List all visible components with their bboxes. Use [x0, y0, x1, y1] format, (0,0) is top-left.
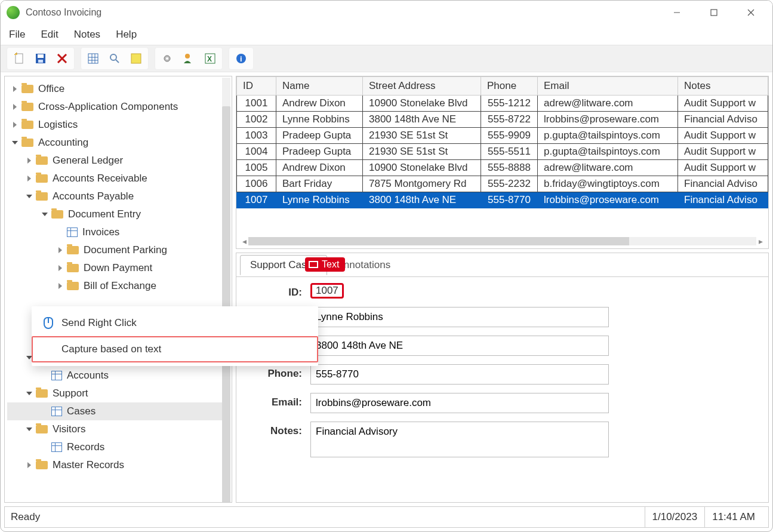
col-notes[interactable]: Notes [678, 77, 768, 96]
context-menu: Send Right Click Capture based on text [32, 306, 318, 366]
grid-horizontal-scrollbar[interactable]: ◂▸ [240, 236, 765, 246]
sheet-icon [51, 442, 62, 452]
table-row[interactable]: 1006Bart Friday7875 Montgomery Rd555-223… [237, 176, 768, 192]
folder-icon [21, 103, 33, 111]
tree-item-accounting[interactable]: Accounting [7, 134, 229, 152]
svg-rect-10 [88, 54, 98, 63]
svg-point-19 [166, 57, 168, 60]
col-id[interactable]: ID [237, 77, 276, 96]
folder-icon [36, 425, 48, 433]
label-email: Email: [254, 393, 302, 408]
svg-line-16 [116, 60, 119, 63]
info-icon[interactable]: i [232, 50, 250, 67]
folder-icon [67, 246, 79, 254]
tree-scrollbar[interactable] [222, 106, 230, 503]
svg-point-20 [185, 54, 190, 59]
tree-item-accounts-payable[interactable]: Accounts Payable [7, 187, 229, 205]
toolbar: X i [1, 45, 772, 72]
svg-rect-17 [131, 54, 141, 63]
maximize-button[interactable] [702, 4, 726, 21]
sheet-icon [51, 407, 62, 416]
tree-item-bill-of-exchange[interactable]: Bill of Exchange [7, 277, 229, 295]
folder-icon [67, 282, 79, 290]
svg-rect-4 [16, 54, 23, 63]
navigation-tree: Office Cross-Application Components Logi… [4, 76, 232, 503]
name-field[interactable] [310, 307, 609, 327]
col-street[interactable]: Street Address [363, 77, 481, 96]
menu-notes[interactable]: Notes [74, 29, 100, 41]
email-field[interactable] [310, 393, 609, 413]
menu-file[interactable]: File [9, 29, 25, 41]
folder-icon [51, 210, 63, 219]
tree-item-down-payment[interactable]: Down Payment [7, 259, 229, 277]
ctx-send-right-click[interactable]: Send Right Click [32, 310, 318, 336]
close-button[interactable] [739, 4, 763, 21]
gear-icon[interactable] [158, 50, 176, 67]
grid-icon[interactable] [84, 50, 102, 67]
notes-field[interactable] [310, 422, 609, 457]
grid-header-row: ID Name Street Address Phone Email Notes [237, 77, 768, 96]
mouse-icon [44, 317, 53, 329]
search-icon[interactable] [106, 50, 124, 67]
tree-item-document-parking[interactable]: Document Parking [7, 241, 229, 259]
ctx-capture-text[interactable]: Capture based on text [32, 336, 318, 362]
folder-icon [36, 389, 48, 398]
col-phone[interactable]: Phone [481, 77, 538, 96]
minimize-button[interactable] [665, 4, 689, 21]
menu-bar: File Edit Notes Help [1, 24, 772, 45]
table-row[interactable]: 1001Andrew Dixon10900 Stonelake Blvd555-… [237, 96, 768, 112]
label-id: ID: [254, 283, 302, 299]
table-row[interactable]: 1005Andrew Dixon10900 Stonelake Blvd555-… [237, 160, 768, 176]
status-bar: Ready 1/10/2023 11:41 AM [4, 506, 769, 528]
menu-edit[interactable]: Edit [41, 29, 58, 41]
folder-icon [36, 461, 48, 469]
tree-item-master-records[interactable]: Master Records [7, 456, 229, 474]
user-icon[interactable] [180, 50, 198, 67]
svg-point-15 [110, 54, 116, 60]
window-icon [309, 261, 318, 268]
address-field[interactable] [310, 336, 609, 356]
title-bar: Contoso Invoicing [1, 1, 772, 24]
svg-text:X: X [207, 55, 212, 63]
col-name[interactable]: Name [276, 77, 363, 96]
folder-icon [21, 85, 33, 93]
folder-icon [36, 174, 48, 183]
table-row[interactable]: 1004Pradeep Gupta21930 SE 51st St555-551… [237, 144, 768, 160]
status-date: 1/10/2023 [645, 507, 705, 527]
tree-item-accounts-receivable[interactable]: Accounts Receivable [7, 170, 229, 187]
tree-item-records[interactable]: Records [7, 438, 229, 456]
tree-item-logistics[interactable]: Logistics [7, 116, 229, 134]
folder-icon [67, 264, 79, 272]
status-time: 11:41 AM [704, 507, 762, 527]
sheet-icon [51, 371, 62, 380]
data-grid[interactable]: ID Name Street Address Phone Email Notes… [236, 76, 769, 249]
excel-icon[interactable]: X [201, 50, 219, 67]
window-title: Contoso Invoicing [26, 7, 101, 18]
app-icon [7, 6, 20, 19]
phone-field[interactable] [310, 364, 609, 385]
tree-item-general-ledger[interactable]: General Ledger [7, 152, 229, 170]
table-row[interactable]: 1003Pradeep Gupta21930 SE 51st St555-990… [237, 128, 768, 144]
tree-item-document-entry[interactable]: Document Entry [7, 205, 229, 223]
tree-item-support[interactable]: Support [7, 385, 229, 402]
label-phone: Phone: [254, 364, 302, 380]
new-icon[interactable] [10, 50, 28, 67]
folder-icon [36, 156, 48, 165]
detail-panel: Support Cases Annotations Text ID: 1007 … [236, 253, 769, 503]
folder-icon [21, 139, 33, 147]
delete-icon[interactable] [53, 50, 71, 67]
save-icon[interactable] [32, 50, 50, 67]
tree-item-cross-app[interactable]: Cross-Application Components [7, 98, 229, 116]
text-badge[interactable]: Text [305, 257, 345, 272]
table-row[interactable]: 1007Lynne Robbins3800 148th Ave NE555-87… [237, 192, 768, 208]
tree-item-accounts-leaf[interactable]: Accounts [7, 367, 229, 385]
tree-item-cases[interactable]: Cases [7, 402, 229, 420]
tree-item-visitors[interactable]: Visitors [7, 420, 229, 438]
col-email[interactable]: Email [538, 77, 678, 96]
tree-item-office[interactable]: Office [7, 80, 229, 98]
note-icon[interactable] [127, 50, 145, 67]
svg-text:i: i [240, 54, 242, 63]
table-row[interactable]: 1002Lynne Robbins3800 148th Ave NE555-87… [237, 112, 768, 128]
tree-item-invoices[interactable]: Invoices [7, 223, 229, 241]
menu-help[interactable]: Help [116, 29, 137, 41]
